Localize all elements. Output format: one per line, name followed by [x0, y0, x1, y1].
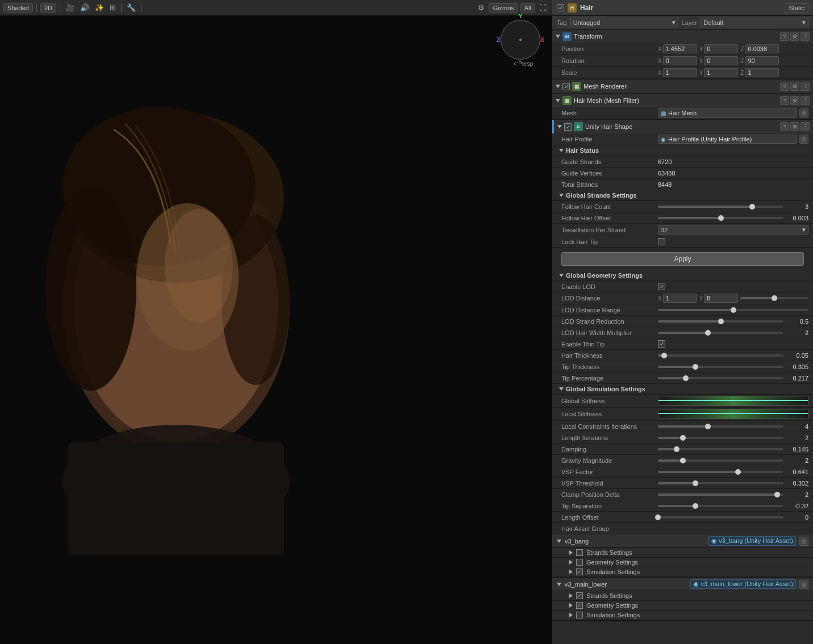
- local-stiffness-value[interactable]: [658, 409, 808, 419]
- maximize-icon[interactable]: ⛶: [537, 3, 548, 12]
- settings-icon[interactable]: ⚙: [476, 3, 486, 12]
- lock-hair-tip-checkbox[interactable]: [658, 238, 665, 245]
- apply-button[interactable]: Apply: [561, 252, 804, 266]
- tip-thickness-slider[interactable]: 0.305: [658, 363, 808, 370]
- transform-settings-btn[interactable]: ⚙: [790, 32, 799, 41]
- enable-lod-checkbox[interactable]: [658, 283, 665, 290]
- damping-slider[interactable]: 0.145: [658, 446, 808, 453]
- lod-distance-range-track[interactable]: [658, 309, 808, 311]
- sub-setting-checkbox-v3_bang-1[interactable]: [576, 559, 583, 566]
- clamp-position-track[interactable]: [658, 494, 783, 496]
- tip-separation-slider[interactable]: -0.32: [658, 503, 808, 509]
- asset-group-settings-btn[interactable]: ◎: [799, 580, 808, 589]
- tip-separation-track[interactable]: [658, 505, 783, 507]
- layer-dropdown[interactable]: Default ▾: [701, 18, 808, 27]
- hair-thickness-slider[interactable]: 0.05: [658, 352, 808, 359]
- hair-mesh-filter-menu-btn[interactable]: ⋮: [801, 96, 810, 105]
- scale-y-field[interactable]: 1: [704, 68, 738, 77]
- viewport[interactable]: Shaded 2D 🎥 🔊 ✨ ⊞ 🔧 ⚙ Gizmos All ⛶: [0, 0, 552, 644]
- position-y-field[interactable]: 0: [704, 44, 738, 53]
- sub-setting-v3_main_lower-0[interactable]: Strands Settings: [552, 591, 813, 601]
- unity-hair-shape-header[interactable]: ≋ Unity Hair Shape ? ⚙ ⋮: [552, 120, 813, 133]
- lod-hair-width-slider[interactable]: 2: [658, 329, 808, 336]
- enable-thin-tip-checkbox[interactable]: [658, 340, 665, 348]
- sub-setting-checkbox-v3_main_lower-2[interactable]: [576, 612, 583, 618]
- mesh-renderer-checkbox[interactable]: [562, 83, 570, 90]
- asset-group-ref[interactable]: ◉ v3_main_lower (Unity Hair Asset): [690, 579, 796, 589]
- unity-hair-shape-checkbox[interactable]: [564, 123, 572, 131]
- tools-icon[interactable]: 🔧: [125, 3, 137, 12]
- mesh-renderer-settings-btn[interactable]: ⚙: [790, 82, 799, 91]
- sub-setting-v3_bang-1[interactable]: Geometry Settings: [552, 558, 813, 567]
- mesh-renderer-header[interactable]: ▦ Mesh Renderer ? ⚙ ⋮: [552, 80, 813, 93]
- sub-setting-v3_bang-2[interactable]: Simulation Settings: [552, 567, 813, 577]
- tessellation-dropdown[interactable]: 32 ▾: [658, 225, 808, 235]
- rotation-z-field[interactable]: 90: [745, 56, 779, 65]
- position-z-field[interactable]: 0.0038: [745, 44, 779, 53]
- local-constraints-slider[interactable]: 4: [658, 423, 808, 430]
- lod-y-field[interactable]: 8: [704, 294, 738, 303]
- rotation-y-field[interactable]: 0: [704, 56, 738, 65]
- obj-active-checkbox[interactable]: [557, 4, 564, 11]
- hair-mesh-filter-settings-btn[interactable]: ⚙: [790, 96, 799, 105]
- asset-group-header-v3_main_lower[interactable]: v3_main_lower ◉ v3_main_lower (Unity Hai…: [552, 578, 813, 591]
- lod-distance-track[interactable]: [740, 297, 808, 299]
- damping-track[interactable]: [658, 448, 783, 450]
- hair-thickness-track[interactable]: [658, 354, 783, 357]
- tip-percentage-slider[interactable]: 0.217: [658, 375, 808, 382]
- inspector-scroll[interactable]: ⊞ Transform ? ⚙ ⋮ Position X 1.4552 Y: [552, 30, 813, 644]
- gravity-magnitude-slider[interactable]: 2: [658, 457, 808, 464]
- local-constraints-track[interactable]: [658, 425, 783, 428]
- camera-icon[interactable]: 🎥: [64, 3, 76, 12]
- hair-mesh-filter-info-btn[interactable]: ?: [780, 96, 789, 105]
- unity-hair-shape-settings-btn[interactable]: ⚙: [790, 122, 799, 131]
- hair-profile-select-btn[interactable]: ◎: [799, 135, 808, 144]
- sub-setting-v3_main_lower-1[interactable]: Geometry Settings: [552, 601, 813, 610]
- follow-hair-count-track[interactable]: [658, 206, 783, 208]
- global-strands-section[interactable]: Global Strands Settings: [552, 190, 813, 201]
- vsp-threshold-track[interactable]: [658, 482, 783, 484]
- tip-thickness-track[interactable]: [658, 366, 783, 368]
- hair-status-section[interactable]: Hair Status: [552, 145, 813, 156]
- hair-mesh-filter-header[interactable]: ▦ Hair Mesh (Mesh Filter) ? ⚙ ⋮: [552, 94, 813, 107]
- lod-distance-range-slider[interactable]: [658, 309, 808, 311]
- lod-hair-width-track[interactable]: [658, 332, 783, 334]
- mesh-renderer-info-btn[interactable]: ?: [780, 82, 789, 91]
- scale-x-field[interactable]: 1: [663, 68, 697, 77]
- sub-setting-checkbox-v3_bang-0[interactable]: [576, 549, 583, 556]
- follow-hair-offset-slider[interactable]: 0.003: [658, 215, 808, 221]
- sub-setting-checkbox-v3_main_lower-1[interactable]: [576, 602, 583, 609]
- asset-group-header-v3_bang[interactable]: v3_bang ◉ v3_bang (Unity Hair Asset) ◎: [552, 534, 813, 548]
- global-stiffness-bar[interactable]: [658, 396, 808, 406]
- static-badge[interactable]: Static: [785, 3, 808, 12]
- clamp-position-slider[interactable]: 2: [658, 491, 808, 498]
- global-geometry-section[interactable]: Global Geometry Settings: [552, 270, 813, 281]
- length-offset-track[interactable]: [658, 516, 783, 518]
- gizmo-circle[interactable]: ● X Y Z: [501, 20, 540, 60]
- vsp-factor-slider[interactable]: 0.641: [658, 469, 808, 475]
- sub-setting-checkbox-v3_main_lower-0[interactable]: [576, 592, 583, 599]
- asset-group-ref[interactable]: ◉ v3_bang (Unity Hair Asset): [708, 536, 796, 546]
- vsp-threshold-slider[interactable]: 0.302: [658, 480, 808, 487]
- position-x-field[interactable]: 1.4552: [663, 44, 697, 53]
- lod-x-field[interactable]: 1: [663, 294, 697, 303]
- view-2d-button[interactable]: 2D: [40, 3, 56, 12]
- fx-icon[interactable]: ✨: [93, 3, 106, 12]
- rotation-x-field[interactable]: 0: [663, 56, 697, 65]
- transform-info-btn[interactable]: ?: [780, 32, 789, 41]
- sub-setting-v3_main_lower-2[interactable]: Simulation Settings: [552, 610, 813, 620]
- follow-hair-count-slider[interactable]: 3: [658, 203, 808, 210]
- tag-dropdown[interactable]: Untagged ▾: [570, 18, 678, 27]
- length-iterations-slider[interactable]: 2: [658, 434, 808, 441]
- layers-icon[interactable]: ⊞: [108, 3, 118, 12]
- global-stiffness-value[interactable]: [658, 396, 808, 406]
- lod-strand-reduction-slider[interactable]: 0.5: [658, 318, 808, 325]
- vsp-factor-track[interactable]: [658, 471, 783, 473]
- asset-group-settings-btn[interactable]: ◎: [799, 537, 808, 546]
- shading-mode-dropdown[interactable]: Shaded: [3, 3, 33, 12]
- unity-hair-shape-info-btn[interactable]: ?: [780, 122, 789, 131]
- sub-setting-v3_bang-0[interactable]: Strands Settings: [552, 548, 813, 558]
- transform-menu-btn[interactable]: ⋮: [801, 32, 810, 41]
- all-dropdown[interactable]: All: [520, 3, 535, 12]
- tip-percentage-track[interactable]: [658, 377, 783, 379]
